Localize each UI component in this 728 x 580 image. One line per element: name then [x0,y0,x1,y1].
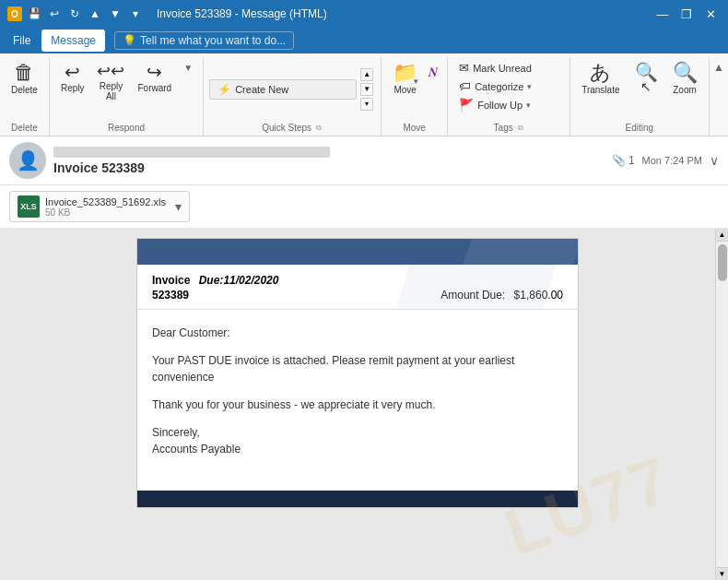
expand-email-icon[interactable]: ∨ [710,153,719,168]
menu-file[interactable]: File [4,30,40,52]
zoom-icon: 🔍 [673,63,698,83]
quicksteps-expand-icon[interactable]: ⧉ [315,124,323,132]
ribbon-group-move: 📁 Move ▼ 𝑵 Move [382,57,448,136]
minimize-btn[interactable]: — [652,4,673,24]
move-extra-btns: 𝑵 [425,59,441,82]
email-from-blurred [53,147,330,158]
menu-message[interactable]: Message [41,30,105,52]
more-respond-icon: ▼ [183,63,193,73]
invoice-footer-band [137,491,578,507]
outlook-icon: O [7,6,22,21]
main-content: 👤 Invoice 523389 📎 1 Mon 7:24 PM ∨ XLS I… [0,136,728,580]
invoice-id-block: Invoice Due:11/02/2020 523389 [152,274,278,302]
attachment-info: Invoice_523389_51692.xls 50 KB [45,196,166,218]
paperclip-icon: 📎 [612,154,626,167]
tell-me-bar[interactable]: 💡 Tell me what you want to do... [114,31,294,50]
categorize-arrow: ▾ [527,82,532,91]
restore-btn[interactable]: ❐ [676,4,697,24]
invoice-greeting: Dear Customer: [152,325,563,341]
invoice-due-text: Due:11/02/2020 [199,274,279,287]
qs-down-btn[interactable]: ▼ [360,83,373,96]
invoice-info-row: Invoice Due:11/02/2020 523389 Amount Due… [137,265,578,310]
move-button[interactable]: 📁 Move ▼ [387,59,423,99]
zoom-button[interactable]: 🔍 Zoom [667,59,703,99]
person-icon: 👤 [17,149,40,172]
undo-quick-btn[interactable]: ↩ [46,6,63,22]
quick-access-toolbar: O 💾 ↩ ↻ ▲ ▼ ▾ [7,6,144,22]
more-respond-button[interactable]: ▼ [179,59,197,77]
translate-button[interactable]: あ Translate [576,59,625,99]
invoice-label-num: Invoice Due:11/02/2020 [152,274,278,287]
qs-more-btn[interactable]: ▾ [360,98,373,111]
invoice-body-text1: Your PAST DUE invoice is attached. Pleas… [152,352,563,385]
categorize-button[interactable]: 🏷 Categorize ▾ [453,77,564,95]
categorize-icon: 🏷 [459,79,471,93]
attachment-indicator: 📎 1 [612,154,635,167]
attachment-size: 50 KB [45,207,166,218]
reply-all-label: Reply All [100,81,123,101]
title-bar: O 💾 ↩ ↻ ▲ ▼ ▾ Invoice 523389 - Message (… [0,0,728,28]
lightbulb-icon: 💡 [123,34,136,47]
editing-group-label: Editing [626,123,654,136]
search-ribbon-icon: 🔍 [635,63,658,81]
quicksteps-list: ⚡ Create New [209,79,357,100]
email-subject: Invoice 523389 [53,160,605,175]
invoice-closing: Sincerely, Accounts Payable [152,424,563,457]
xls-icon: XLS [18,195,40,218]
delete-button[interactable]: 🗑 Delete [6,59,43,99]
scroll-up-arrow[interactable]: ▲ [716,229,729,242]
ribbon-collapse[interactable]: ▲ [710,57,728,136]
email-body-scroll[interactable]: Invoice Due:11/02/2020 523389 Amount Due… [0,229,715,580]
reply-all-button[interactable]: ↩↩ Reply All [91,59,130,105]
close-btn[interactable]: ✕ [700,4,721,24]
onenote-button[interactable]: 𝑵 [425,63,441,82]
attachment-bar: XLS Invoice_523389_51692.xls 50 KB ▾ [0,185,728,229]
zoom-label: Zoom [673,85,697,95]
save-quick-btn[interactable]: 💾 [26,6,42,22]
quicksteps-scroll: ▲ ▼ ▾ [358,66,375,112]
tags-expand-icon[interactable]: ⧉ [517,124,524,132]
reply-button[interactable]: ↩ Reply [55,59,90,97]
forward-icon: ↪ [147,63,162,81]
reply-all-icon: ↩↩ [97,63,124,79]
scroll-thumb[interactable] [718,244,727,281]
attachment-file[interactable]: XLS Invoice_523389_51692.xls 50 KB ▾ [9,191,190,222]
follow-up-button[interactable]: 🚩 Follow Up ▾ [453,96,564,113]
mark-unread-button[interactable]: ✉ Mark Unread [453,59,564,77]
translate-label: Translate [581,85,619,95]
reply-icon: ↩ [65,63,80,81]
window-title: Invoice 523389 - Message (HTML) [157,7,327,20]
customize-quick-btn[interactable]: ▾ [127,6,144,22]
follow-up-icon: 🚩 [459,98,474,112]
qs-up-btn[interactable]: ▲ [360,68,373,81]
quickstep-create-new[interactable]: ⚡ Create New [210,80,356,99]
move-group-label: Move [403,123,425,136]
email-meta-right: 📎 1 Mon 7:24 PM ∨ [612,153,719,168]
sender-avatar: 👤 [9,142,46,179]
invoice-label: Invoice [152,274,190,287]
down-quick-btn[interactable]: ▼ [107,6,123,22]
invoice-body: Dear Customer: Your PAST DUE invoice is … [137,310,578,491]
forward-button[interactable]: ↪ Forward [132,59,177,97]
email-meta: Invoice 523389 [53,146,605,175]
delete-group-label: Delete [11,123,38,136]
follow-up-arrow: ▾ [526,101,531,110]
translate-icon: あ [590,63,611,83]
onenote-icon: 𝑵 [429,65,438,80]
delete-label: Delete [11,85,38,95]
redo-quick-btn[interactable]: ↻ [66,6,83,22]
mark-unread-icon: ✉ [459,61,469,75]
up-quick-btn[interactable]: ▲ [87,6,103,22]
scroll-down-arrow[interactable]: ▼ [716,567,729,580]
ribbon-group-respond: ↩ Reply ↩↩ Reply All ↪ Forward ▼ Respond [50,57,204,136]
cursor-icon: ↖ [640,79,652,94]
attachment-dropdown-icon[interactable]: ▾ [175,199,182,214]
invoice-amount-block: Amount Due: $1,860.00 [440,289,563,302]
ribbon-collapse-icon: ▲ [713,61,724,74]
invoice-email-content: Invoice Due:11/02/2020 523389 Amount Due… [136,238,579,508]
ribbon: 🗑 Delete Delete ↩ Reply ↩↩ Reply All ↪ F… [0,53,728,136]
invoice-header-band [137,239,578,265]
invoice-number-display: 523389 [152,289,278,302]
move-label: Move [393,85,416,95]
search-ribbon-button[interactable]: 🔍 ↖ [629,59,663,98]
